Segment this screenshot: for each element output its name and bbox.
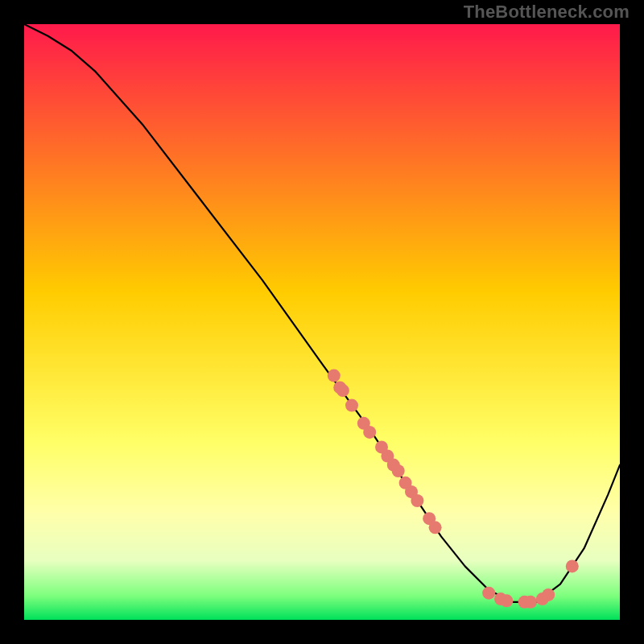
sample-point: [336, 384, 349, 397]
sample-point: [411, 494, 423, 507]
sample-point: [542, 588, 555, 601]
sample-point: [566, 559, 579, 572]
sample-point: [429, 521, 442, 534]
sample-point: [328, 369, 341, 382]
chart-frame: TheBottleneck.com: [0, 0, 644, 644]
sample-point: [363, 426, 376, 439]
sample-point: [500, 594, 513, 607]
plot-background: [24, 24, 620, 620]
sample-point: [345, 399, 358, 412]
watermark-text: TheBottleneck.com: [464, 2, 630, 23]
bottleneck-plot: [24, 24, 620, 620]
sample-point: [482, 587, 495, 600]
sample-point: [392, 464, 405, 477]
sample-point: [524, 596, 537, 609]
